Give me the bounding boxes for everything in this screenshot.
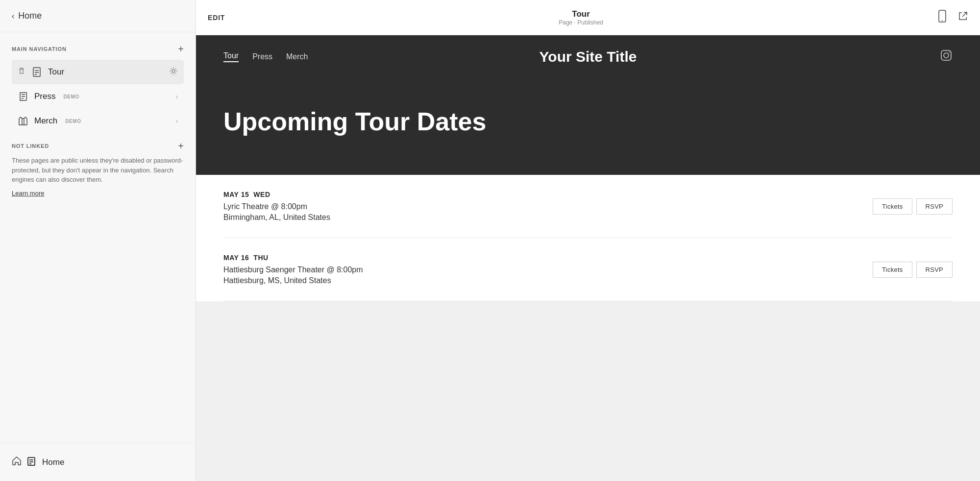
toolbar-actions: [937, 10, 968, 25]
merch-chevron-icon: ›: [175, 117, 178, 125]
svg-point-15: [942, 20, 943, 21]
site-nav-merch[interactable]: Merch: [286, 52, 308, 61]
main-nav-header: MAIN NAVIGATION +: [12, 44, 184, 54]
main-nav-section: MAIN NAVIGATION + Tour: [0, 32, 196, 137]
site-header-right: [940, 49, 953, 65]
tour-date-venue-1: Lyric Theatre @ 8:00pm: [223, 202, 873, 211]
home-nav-label: Home: [42, 457, 64, 467]
toolbar-page-info: Tour Page · Published: [559, 9, 603, 26]
svg-line-16: [962, 12, 967, 17]
merch-nav-label: Merch: [34, 116, 57, 126]
tour-date-header-2: MAY 16 THU: [223, 254, 873, 262]
main-nav-label: MAIN NAVIGATION: [12, 46, 67, 52]
press-chevron-icon: ›: [175, 93, 178, 100]
merch-demo-badge: DEMO: [65, 119, 81, 124]
site-nav-press[interactable]: Press: [252, 52, 272, 61]
merch-icon: [18, 116, 28, 126]
toolbar-page-title: Tour: [559, 9, 603, 19]
tour-date-actions-1: Tickets RSVP: [873, 198, 953, 215]
tour-date-info-2: MAY 16 THU Hattiesburg Saenger Theater @…: [223, 254, 873, 285]
page-icon: [31, 67, 42, 77]
add-not-linked-button[interactable]: +: [178, 141, 184, 151]
tour-date-row: MAY 16 THU Hattiesburg Saenger Theater @…: [223, 238, 953, 301]
rsvp-button-1[interactable]: RSVP: [916, 198, 953, 215]
svg-rect-0: [33, 68, 40, 76]
delete-icon[interactable]: [18, 67, 25, 77]
press-nav-label: Press: [34, 92, 55, 101]
chevron-left-icon: ‹: [12, 12, 14, 21]
add-nav-item-button[interactable]: +: [178, 44, 184, 54]
toolbar-page-subtitle: Page · Published: [559, 19, 603, 26]
sidebar-item-home[interactable]: Home: [12, 451, 184, 473]
not-linked-header: NOT LINKED +: [12, 141, 184, 151]
sidebar-item-tour[interactable]: Tour: [12, 60, 184, 84]
not-linked-description: These pages are public unless they're di…: [12, 156, 184, 185]
preview-area: Tour Press Merch Your Site Title: [196, 35, 980, 481]
settings-icon[interactable]: [169, 67, 178, 77]
tickets-button-2[interactable]: Tickets: [873, 262, 912, 278]
tour-date-location-1: Birmingham, AL, United States: [223, 213, 873, 222]
tour-date-venue-2: Hattiesburg Saenger Theater @ 8:00pm: [223, 265, 873, 274]
back-home-button[interactable]: ‹ Home: [0, 0, 196, 32]
learn-more-link[interactable]: Learn more: [12, 190, 44, 197]
tour-date-actions-2: Tickets RSVP: [873, 262, 953, 278]
site-nav-tour[interactable]: Tour: [223, 51, 239, 62]
sidebar-footer: Home: [0, 443, 196, 481]
svg-point-18: [944, 53, 949, 58]
tour-date-location-2: Hattiesburg, MS, United States: [223, 276, 873, 285]
instagram-icon[interactable]: [940, 52, 953, 64]
home-icon: [12, 456, 22, 468]
site-header: Tour Press Merch Your Site Title: [196, 35, 980, 78]
not-linked-label: NOT LINKED: [12, 143, 49, 149]
sidebar: ‹ Home MAIN NAVIGATION +: [0, 0, 196, 481]
tickets-button-1[interactable]: Tickets: [873, 198, 912, 215]
tour-nav-actions: [169, 67, 178, 77]
rsvp-button-2[interactable]: RSVP: [916, 262, 953, 278]
hero-title: Upcoming Tour Dates: [223, 108, 953, 136]
sidebar-item-merch[interactable]: Merch DEMO ›: [12, 109, 184, 133]
toolbar: EDIT Tour Page · Published: [196, 0, 980, 35]
tour-date-row: MAY 15 WED Lyric Theatre @ 8:00pm Birmin…: [223, 175, 953, 238]
home-page-icon: [27, 457, 35, 468]
svg-point-4: [172, 70, 175, 72]
edit-button[interactable]: EDIT: [208, 14, 225, 22]
tour-dates-section: MAY 15 WED Lyric Theatre @ 8:00pm Birmin…: [196, 175, 980, 301]
svg-point-19: [949, 52, 950, 53]
tour-date-header-1: MAY 15 WED: [223, 191, 873, 198]
back-home-label: Home: [18, 11, 42, 21]
press-demo-badge: DEMO: [63, 94, 79, 99]
sidebar-item-press[interactable]: Press DEMO ›: [12, 84, 184, 109]
mobile-preview-icon[interactable]: [937, 10, 948, 25]
preview-frame: Tour Press Merch Your Site Title: [196, 35, 980, 301]
press-icon: [18, 91, 28, 102]
tour-date-info-1: MAY 15 WED Lyric Theatre @ 8:00pm Birmin…: [223, 191, 873, 222]
site-nav: Tour Press Merch: [223, 51, 308, 62]
external-link-icon[interactable]: [957, 11, 968, 24]
not-linked-section: NOT LINKED + These pages are public unle…: [0, 141, 196, 209]
hero-section: Upcoming Tour Dates: [196, 78, 980, 175]
site-title: Your Site Title: [539, 48, 637, 65]
tour-nav-label: Tour: [48, 67, 64, 77]
main-content: EDIT Tour Page · Published: [196, 0, 980, 481]
